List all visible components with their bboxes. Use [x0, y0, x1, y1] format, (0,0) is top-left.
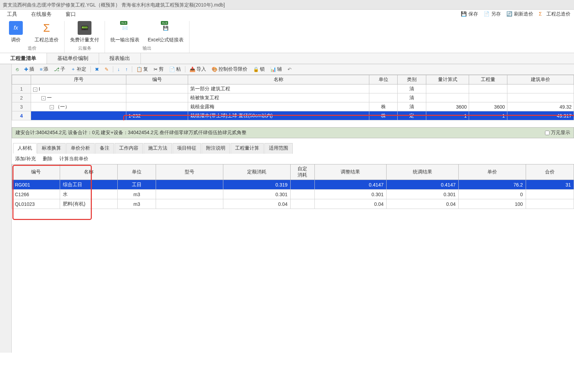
upper-col-header[interactable]: [12, 75, 31, 84]
btm-add-button[interactable]: 添加/补充: [15, 156, 36, 162]
bottom-col-header[interactable]: 自定 消耗: [291, 164, 315, 180]
bottom-toolbar: 添加/补充 删除 计算当前单价: [12, 154, 574, 164]
aux-icon: 📊: [270, 67, 276, 72]
btab-8[interactable]: 工程量计算: [231, 143, 264, 154]
tab-report-output[interactable]: 报表输出: [99, 53, 141, 64]
tb-copy-button[interactable]: 📋复: [135, 66, 149, 73]
bottom-col-header[interactable]: 单价: [458, 164, 526, 180]
save-as-button[interactable]: 📄 另存: [484, 11, 501, 17]
tb-ctrl-price-button[interactable]: 🎨控制价导限价: [210, 66, 249, 73]
ribbon-excel-button[interactable]: XLS💾 Excel公式链接表: [148, 21, 184, 43]
btab-6[interactable]: 项目特征: [173, 143, 201, 154]
tb-add-button[interactable]: ≡添: [38, 66, 50, 73]
ribbon-free-calc-button[interactable]: 📟 免费计量支付: [70, 21, 99, 43]
tb-delete-button[interactable]: ✖: [94, 66, 100, 73]
btab-2[interactable]: 单价分析: [66, 143, 95, 154]
btab-0[interactable]: 人材机: [13, 143, 37, 154]
bottom-table[interactable]: 编号名称单位型号定额消耗自定 消耗调整结果统调结果单价合价 RG001综合工日工…: [12, 164, 574, 209]
tab-base-price[interactable]: 基础单价编制: [47, 53, 99, 64]
tb-lock-button[interactable]: 🔒锁: [252, 66, 266, 73]
xls-link-icon: XLS💾: [159, 21, 173, 35]
bottom-col-header[interactable]: 编号: [12, 164, 60, 180]
menu-online[interactable]: 在线服务: [31, 11, 52, 18]
copy-icon: 📋: [136, 67, 142, 72]
btm-calc-button[interactable]: 计算当前单价: [59, 156, 88, 162]
upper-col-header[interactable]: 编号: [126, 75, 188, 84]
tb-undo-button[interactable]: ↶: [286, 66, 293, 73]
tb-child-button[interactable]: ⎇子: [52, 66, 67, 73]
upper-toolbar: ⎋ ✚插 ≡添 ⎇子 ＋补定 ✖ ✎ ↓ ↑ 📋复 ✂剪 📄粘 📥导入 🎨控制价…: [12, 64, 574, 75]
tb-supp-button[interactable]: ＋补定: [69, 66, 88, 73]
bottom-col-header[interactable]: 型号: [156, 164, 223, 180]
ribbon-price-button[interactable]: fx 调价: [6, 21, 26, 43]
tb-down-button[interactable]: ↓: [116, 66, 121, 73]
table-row[interactable]: 2-一植被恢复工程清: [12, 93, 574, 102]
tree-collapse-icon[interactable]: -: [41, 96, 46, 100]
tb-insert-button[interactable]: ✚插: [23, 66, 36, 73]
btab-1[interactable]: 标准换算: [37, 143, 66, 154]
upper-col-header[interactable]: 量计算式: [426, 75, 469, 84]
calculator-icon: 📟: [78, 21, 91, 35]
tab-bill-of-qty[interactable]: 工程量清单: [0, 53, 47, 64]
upper-col-header[interactable]: 建筑单价: [507, 75, 574, 84]
tree-collapse-icon[interactable]: -: [50, 105, 54, 109]
wanyuan-checkbox[interactable]: 万元显示: [545, 130, 570, 136]
plus-icon: ✚: [24, 67, 28, 72]
upper-table[interactable]: 序号编号名称单位类别量计算式工程量建筑单价 1-I第一部分 建筑工程清2-一植被…: [12, 75, 574, 120]
title-bar: 黄支流西柯曲生态缓冲带保护修复工程.YGL｛概预算｝ 青海省水利水电建筑工程预算…: [0, 0, 574, 10]
lock-icon: 🔒: [253, 67, 259, 72]
tb-tree-button[interactable]: ⎋: [14, 66, 20, 73]
upper-col-header[interactable]: 序号: [31, 75, 126, 84]
bottom-col-header[interactable]: 合价: [526, 164, 574, 180]
x-icon: ✖: [95, 67, 99, 72]
bottom-col-header[interactable]: 定额消耗: [223, 164, 291, 180]
btab-7[interactable]: 附注说明: [202, 143, 230, 154]
table-row[interactable]: QL01023肥料(有机)m30.040.040.04100: [12, 199, 574, 209]
table-row[interactable]: 41-232栽植灌木(带土球)土球 直径(50cm以内)株定1149.317: [12, 111, 574, 120]
sigma-big-icon: Σ: [40, 21, 53, 35]
upper-col-header[interactable]: 工程量: [469, 75, 507, 84]
save-icon: 💾: [461, 11, 467, 17]
list-add-icon: ≡: [40, 67, 42, 72]
table-row[interactable]: RG001综合工日工日0.3190.41470.414776.231: [12, 180, 574, 190]
save-button[interactable]: 💾 保存: [461, 11, 478, 17]
summary-bar: 建安合计:34042454.2元 设备合计：0元 建安+设备：34042454.…: [12, 127, 574, 138]
btm-del-button[interactable]: 删除: [43, 156, 52, 162]
tree-icon: ⎋: [16, 67, 19, 72]
paste-icon: 📄: [169, 67, 175, 72]
ribbon-total-button[interactable]: Σ 工程总造价: [35, 21, 59, 43]
import-icon: 📥: [189, 67, 195, 72]
upper-col-header[interactable]: 单位: [369, 75, 398, 84]
menu-tool[interactable]: 工具: [7, 11, 17, 18]
ribbon-group-label: 云服务: [70, 45, 99, 51]
tb-edit-button[interactable]: ✎: [103, 66, 110, 73]
ribbon-group-label: 造价: [6, 45, 59, 51]
ribbon: fx 调价 Σ 工程总造价 造价 📟 免费计量支付 云服务 XLS✉️ 统一输出…: [0, 19, 574, 53]
fx-icon: fx: [9, 21, 23, 35]
tb-up-button[interactable]: ↑: [124, 66, 129, 73]
btab-4[interactable]: 工作内容: [115, 143, 143, 154]
table-row[interactable]: C1266水m30.3010.3010.3010: [12, 190, 574, 199]
bottom-col-header[interactable]: 单位: [118, 164, 156, 180]
tb-aux-button[interactable]: 📊辅: [269, 66, 283, 73]
btab-5[interactable]: 施工方法: [144, 143, 172, 154]
btab-3[interactable]: 备注: [95, 143, 114, 154]
tb-import-button[interactable]: 📥导入: [188, 66, 207, 73]
child-icon: ⎇: [54, 67, 59, 72]
menu-window[interactable]: 窗口: [66, 11, 76, 18]
upper-col-header[interactable]: 名称: [188, 75, 369, 84]
menu-bar: 工具 在线服务 窗口 💾 保存 📄 另存 🔄 刷新造价 Σ 工程总造价: [0, 10, 574, 19]
bottom-col-header[interactable]: 名称: [60, 164, 118, 180]
tb-paste-button[interactable]: 📄粘: [168, 66, 182, 73]
btab-9[interactable]: 适用范围: [264, 143, 293, 154]
ribbon-report-button[interactable]: XLS✉️ 统一输出报表: [110, 21, 139, 43]
tree-collapse-icon[interactable]: -: [33, 88, 37, 92]
total-price-button[interactable]: Σ 工程总造价: [539, 11, 571, 17]
bottom-col-header[interactable]: 统调结果: [387, 164, 459, 180]
upper-col-header[interactable]: 类别: [398, 75, 426, 84]
tb-cut-button[interactable]: ✂剪: [152, 66, 165, 73]
bottom-col-header[interactable]: 调整结果: [314, 164, 387, 180]
table-row[interactable]: 1-I第一部分 建筑工程清: [12, 84, 574, 93]
table-row[interactable]: 3-（一）栽植金露梅株清3600360049.32: [12, 102, 574, 111]
refresh-price-button[interactable]: 🔄 刷新造价: [506, 11, 533, 17]
